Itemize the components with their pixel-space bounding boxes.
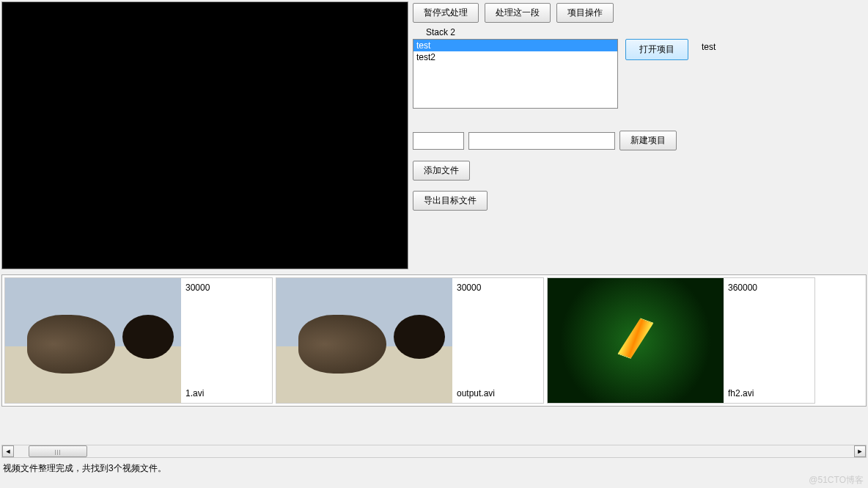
thumbnail-duration: 360000	[728, 283, 810, 293]
thumbnail-filename: output.avi	[457, 388, 495, 398]
thumbnail-filename: 1.avi	[185, 388, 204, 398]
thumbnail-image	[548, 278, 724, 403]
list-item[interactable]: test2	[413, 51, 617, 63]
scroll-track[interactable]: |||	[14, 445, 854, 457]
add-file-button[interactable]: 添加文件	[413, 161, 470, 181]
thumbnail-image	[276, 278, 452, 403]
thumbnail-info: 360000fh2.avi	[724, 278, 814, 403]
thumbnail-item[interactable]: 360000fh2.avi	[547, 277, 815, 404]
thumbnail-duration: 30000	[457, 283, 539, 293]
thumbnail-duration: 30000	[185, 283, 268, 293]
status-bar: 视频文件整理完成，共找到3个视频文件。	[0, 459, 868, 478]
project-list[interactable]: testtest2	[413, 39, 618, 109]
scroll-right-arrow-icon[interactable]: ►	[854, 445, 866, 457]
list-item[interactable]: test	[413, 40, 617, 51]
pause-processing-button[interactable]: 暂停式处理	[413, 3, 479, 23]
stack-label: Stack 2	[426, 27, 865, 37]
control-panel: 暂停式处理 处理这一段 项目操作 Stack 2 testtest2 打开项目 …	[410, 0, 868, 272]
video-preview	[1, 1, 408, 269]
thumbnail-item[interactable]: 30000output.avi	[276, 277, 544, 404]
thumbnail-info: 30000output.avi	[452, 278, 543, 403]
current-project-name: test	[702, 39, 716, 52]
new-project-button[interactable]: 新建项目	[619, 131, 677, 150]
process-segment-button[interactable]: 处理这一段	[485, 3, 551, 23]
horizontal-scrollbar[interactable]: ◄ ||| ►	[1, 445, 867, 458]
watermark: @51CTO博客	[809, 474, 864, 487]
open-project-button[interactable]: 打开项目	[625, 39, 688, 60]
scroll-thumb[interactable]: |||	[29, 445, 87, 457]
project-ops-button[interactable]: 项目操作	[556, 3, 614, 23]
export-target-button[interactable]: 导出目标文件	[413, 191, 488, 211]
thumbnail-filename: fh2.avi	[728, 388, 754, 398]
thumbnail-info: 300001.avi	[181, 278, 272, 403]
new-project-input-1[interactable]	[413, 132, 464, 150]
new-project-input-2[interactable]	[468, 132, 615, 150]
thumbnail-item[interactable]: 300001.avi	[4, 277, 273, 404]
thumbnail-image	[5, 278, 181, 403]
thumbnail-strip: 300001.avi30000output.avi360000fh2.avi	[1, 274, 867, 407]
scroll-left-arrow-icon[interactable]: ◄	[2, 445, 14, 457]
